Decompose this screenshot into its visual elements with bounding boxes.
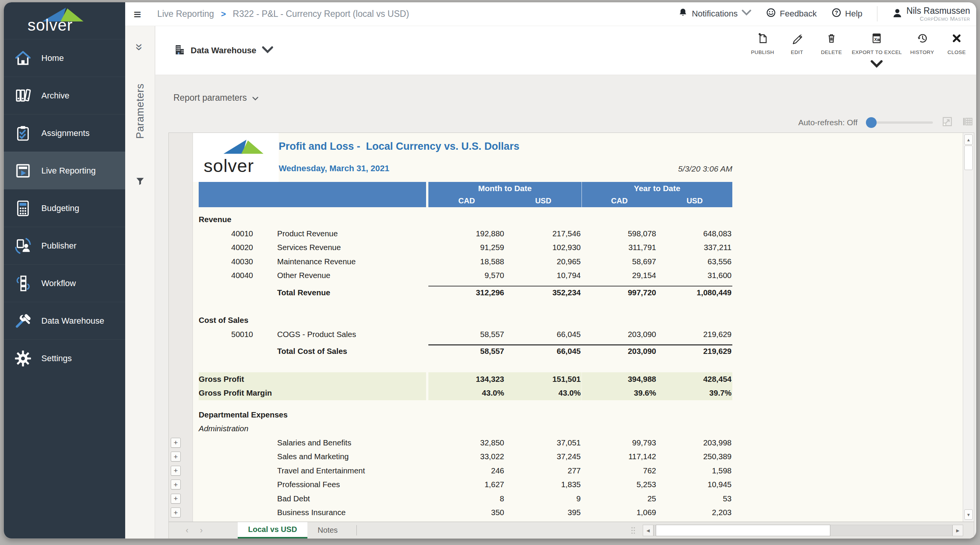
breadcrumb: Live Reporting > R322 - P&L - Currency R… — [157, 9, 409, 19]
table-row-administration: Administration — [199, 422, 732, 436]
feedback-button[interactable]: Feedback — [766, 8, 817, 20]
table-row-total-revenue: Total Revenue312,296352,234997,7201,080,… — [199, 286, 732, 300]
history-button[interactable]: HISTORY — [908, 32, 936, 55]
sidebar-item-data-warehouse[interactable]: Data Warehouse — [4, 302, 125, 339]
sidebar-item-assignments[interactable]: Assignments — [4, 114, 125, 152]
fullscreen-icon[interactable] — [941, 116, 953, 129]
report-table: Month to Date Year to Date CAD USD CAD U… — [199, 182, 732, 520]
cell-value: 58,557 — [428, 330, 505, 339]
expand-row-button[interactable]: + — [171, 438, 181, 448]
report-table-header: Month to Date Year to Date CAD USD CAD U… — [199, 182, 732, 207]
sidebar-item-home[interactable]: Home — [4, 39, 125, 77]
notifications-button[interactable]: Notifications — [678, 8, 751, 20]
edit-button[interactable]: EDIT — [783, 32, 811, 55]
app-window: ≡ Live Reporting > R322 - P&L - Currency… — [4, 2, 976, 538]
header-col: USD — [657, 195, 732, 207]
export-to-excel-button[interactable]: XEXPORT TO EXCEL — [852, 32, 902, 72]
sidebar-item-budgeting[interactable]: Budgeting — [4, 189, 125, 227]
previous-tab-button[interactable]: ‹ — [186, 525, 188, 535]
breadcrumb-chevron-icon: > — [221, 9, 226, 19]
cell-value: 20,965 — [505, 257, 581, 266]
expand-row-button[interactable]: + — [171, 507, 181, 517]
table-row-total-cost-of-sales: Total Cost of Sales58,55766,045203,09021… — [199, 344, 732, 358]
toolbar-actions: PUBLISHEDITDELETEXEXPORT TO EXCELHISTORY… — [748, 32, 971, 72]
cell-value: 598,078 — [581, 229, 657, 238]
help-label: Help — [845, 9, 862, 19]
expand-row-button[interactable]: + — [171, 452, 181, 462]
delete-button[interactable]: DELETE — [817, 32, 846, 55]
workflow-icon — [14, 274, 32, 293]
horizontal-scrollbar-thumb[interactable] — [656, 525, 830, 536]
splitter-handle-icon[interactable] — [630, 526, 636, 536]
cell-value: 312,296 — [428, 288, 505, 297]
scroll-up-button[interactable]: ▲ — [964, 134, 973, 145]
tab-local-vs-usd[interactable]: Local vs USD — [238, 522, 307, 538]
cell-value: 2,203 — [657, 508, 732, 517]
data-source-select[interactable]: Data Warehouse — [174, 26, 273, 75]
top-bar: ≡ Live Reporting > R322 - P&L - Currency… — [125, 2, 976, 26]
expand-row-button[interactable]: + — [171, 466, 181, 476]
publish-button[interactable]: PUBLISH — [748, 32, 777, 55]
svg-text:X: X — [874, 37, 877, 42]
sidebar-item-label: Assignments — [41, 128, 90, 138]
sidebar-item-label: Live Reporting — [41, 166, 96, 176]
action-label: DELETE — [821, 49, 842, 55]
cell-value: 352,234 — [505, 288, 581, 297]
scroll-right-button[interactable]: ▶ — [952, 525, 963, 536]
export-excel-icon: X — [871, 32, 883, 46]
grid-view-icon[interactable] — [962, 116, 973, 129]
sidebar-item-label: Budgeting — [41, 203, 79, 213]
table-row-sales-and-marketing: Sales and Marketing33,02237,245117,14225… — [199, 450, 732, 464]
sidebar-menu: HomeArchiveAssignmentsLive ReportingBudg… — [4, 39, 125, 377]
report-parameters-label: Report parameters — [173, 93, 247, 103]
bell-icon — [678, 8, 688, 20]
cell-value: 219,629 — [657, 347, 732, 356]
cell-value: 37,245 — [505, 452, 581, 461]
report-sheet: solver Profit and Loss - Local Currency … — [193, 133, 963, 522]
sidebar-item-publisher[interactable]: Publisher — [4, 227, 125, 264]
chevron-down-icon — [742, 8, 751, 20]
cell-value: 203,998 — [657, 438, 732, 447]
report-table-body: Revenue40010Product Revenue192,880217,54… — [199, 213, 732, 520]
sidebar-item-archive[interactable]: Archive — [4, 77, 125, 114]
expand-row-button[interactable]: + — [171, 480, 181, 489]
action-label: PUBLISH — [751, 49, 774, 55]
scroll-left-button[interactable]: ◀ — [643, 525, 653, 536]
assignments-icon — [14, 124, 32, 142]
auto-refresh-slider-knob[interactable] — [866, 117, 877, 128]
cell-value: 29,154 — [581, 271, 657, 280]
help-button[interactable]: ? Help — [831, 8, 862, 20]
vertical-scrollbar-thumb[interactable] — [964, 146, 973, 170]
next-tab-button[interactable]: › — [200, 525, 203, 535]
tab-notes[interactable]: Notes — [307, 522, 348, 538]
vertical-scrollbar[interactable]: ▲ ▼ — [963, 133, 974, 522]
close-button[interactable]: CLOSE — [942, 32, 971, 55]
user-menu[interactable]: Nils Rasmussen CorpDemo Master — [892, 6, 970, 22]
sidebar-item-settings[interactable]: Settings — [4, 339, 125, 377]
report-logo-text: solver — [204, 155, 254, 176]
cell-value: 337,211 — [657, 243, 732, 252]
sidebar-item-label: Home — [41, 53, 64, 63]
cell-value: 1,069 — [581, 508, 657, 517]
cell-value: 58,557 — [428, 347, 505, 356]
hamburger-menu-icon[interactable]: ≡ — [134, 8, 141, 21]
table-row-revenue: Revenue — [199, 213, 732, 227]
sidebar-item-workflow[interactable]: Workflow — [4, 264, 125, 302]
row-label: Sales and Marketing — [277, 452, 428, 461]
breadcrumb-section[interactable]: Live Reporting — [157, 9, 214, 19]
report-date: Wednesday, March 31, 2021 — [279, 164, 389, 173]
cell-value: 102,930 — [505, 243, 581, 252]
settings-icon — [14, 349, 32, 368]
report-parameters-toggle[interactable]: Report parameters — [173, 93, 258, 103]
table-row-product-revenue: 40010Product Revenue192,880217,546598,07… — [199, 227, 732, 241]
filter-icon[interactable] — [135, 176, 145, 188]
cell-value: 9 — [505, 494, 581, 503]
scroll-down-button[interactable]: ▼ — [964, 509, 973, 520]
sidebar-item-live-reporting[interactable]: Live Reporting — [4, 152, 125, 189]
auto-refresh-slider[interactable] — [866, 121, 933, 124]
account-code: 40030 — [199, 257, 277, 266]
expand-row-button[interactable]: + — [171, 494, 181, 504]
feedback-label: Feedback — [780, 9, 817, 19]
account-code: 40010 — [199, 229, 277, 238]
expand-panel-icon[interactable]: » — [134, 44, 147, 51]
